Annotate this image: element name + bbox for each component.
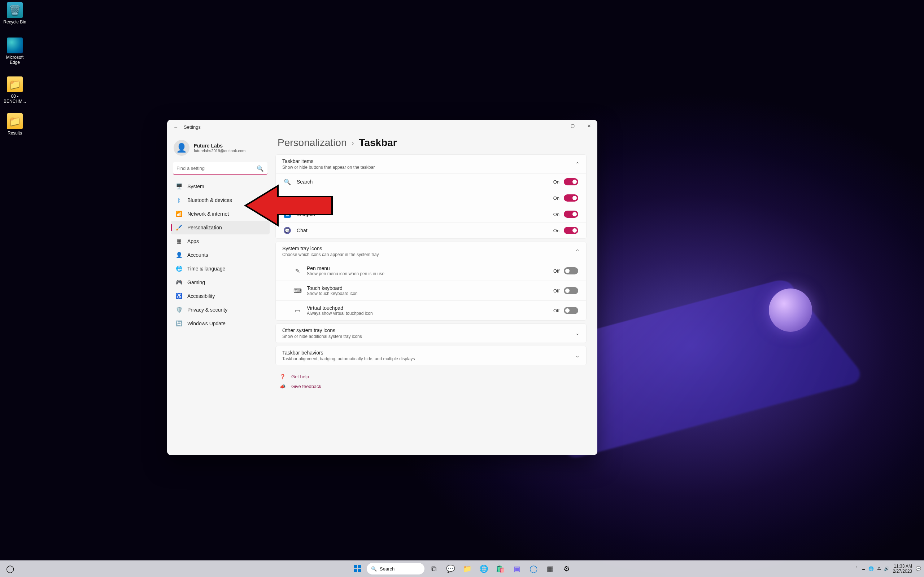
task-view-button[interactable]: ⧉	[426, 561, 441, 576]
sidebar-item-windows-update[interactable]: 🔄Windows Update	[171, 317, 270, 330]
toggle-taskview[interactable]	[564, 194, 578, 201]
chevron-down-icon: ⌄	[575, 330, 580, 336]
row-pen-menu: ✎Pen menuShow pen menu icon when pen is …	[276, 261, 586, 280]
folder-icon: 📁	[7, 113, 23, 129]
search-icon: 🔍	[284, 178, 291, 185]
back-button[interactable]: ←	[170, 121, 181, 133]
breadcrumb-parent[interactable]: Personalization	[278, 137, 347, 148]
row-label: Virtual touchpad	[307, 305, 373, 311]
user-block[interactable]: 👤 Future Labs futurelabs2019@outlook.com	[171, 138, 270, 161]
apps-icon: ▦	[176, 238, 182, 245]
svg-rect-2	[358, 565, 361, 568]
row-label: Pen menu	[307, 266, 384, 271]
sidebar-item-apps[interactable]: ▦Apps	[171, 234, 270, 248]
give-feedback-link[interactable]: 📣Give feedback	[278, 382, 584, 391]
toggle-search[interactable]	[564, 178, 578, 185]
row-chat: 💬Chat On	[276, 222, 586, 239]
chevron-up-icon: ⌃	[575, 161, 580, 167]
cortana-button[interactable]: ◯	[3, 561, 17, 576]
toggle-state: On	[553, 228, 559, 233]
toggle-state: Off	[553, 268, 559, 274]
taskview-icon	[284, 194, 291, 201]
section-head-other-tray[interactable]: Other system tray icons Show or hide add…	[276, 324, 586, 343]
app-button[interactable]: ▣	[510, 561, 524, 576]
sidebar-item-label: Bluetooth & devices	[187, 197, 232, 203]
sidebar-item-label: Time & language	[187, 266, 225, 272]
section-head-taskbar-items[interactable]: Taskbar items Show or hide buttons that …	[276, 155, 586, 174]
sidebar-item-label: Gaming	[187, 279, 205, 285]
clock-time: 11:33 AM	[893, 564, 912, 569]
row-sub: Show pen menu icon when pen is in use	[307, 271, 384, 276]
sidebar-item-network[interactable]: 📶Network & internet	[171, 207, 270, 221]
tray-overflow-icon[interactable]: ˄	[855, 566, 858, 571]
desktop-icon-folder-results[interactable]: 📁 Results	[2, 113, 27, 135]
sidebar-item-personalization[interactable]: 🖌️Personalization	[171, 221, 270, 234]
pen-icon: ✎	[294, 267, 301, 274]
content-area: Personalization › Taskbar Taskbar items …	[272, 134, 597, 455]
sidebar-item-accessibility[interactable]: ♿Accessibility	[171, 289, 270, 303]
network-icon[interactable]: 🖧	[877, 566, 881, 571]
sidebar-item-time-language[interactable]: 🌐Time & language	[171, 262, 270, 276]
notifications-icon[interactable]: 💬	[916, 566, 921, 571]
toggle-widgets[interactable]	[564, 211, 578, 218]
taskbar: ◯ 🔍Search ⧉ 💬 📁 🌐 🛍️ ▣ ◯ ▦ ⚙ ˄ ☁ 🌐 🖧 🔊 1…	[0, 561, 924, 577]
taskbar-items-section: Taskbar items Show or hide buttons that …	[275, 154, 586, 239]
store-button[interactable]: 🛍️	[493, 561, 507, 576]
chevron-down-icon: ⌄	[575, 353, 580, 358]
toggle-touch-keyboard[interactable]	[564, 287, 578, 294]
app-button[interactable]: ◯	[526, 561, 541, 576]
desktop-icon-folder-benchm[interactable]: 📁 00 - BENCHM...	[2, 76, 27, 104]
app-button[interactable]: ⚙	[559, 561, 574, 576]
desktop-icon-edge[interactable]: Microsoft Edge	[2, 37, 27, 65]
toggle-chat[interactable]	[564, 227, 578, 234]
titlebar[interactable]: ← Settings ─ ▢ ✕	[167, 120, 597, 134]
sidebar-item-bluetooth[interactable]: ᛒBluetooth & devices	[171, 193, 270, 207]
taskbar-search[interactable]: 🔍Search	[367, 563, 425, 574]
section-head-system-tray[interactable]: System tray icons Choose which icons can…	[276, 242, 586, 261]
accessibility-icon: ♿	[176, 293, 182, 299]
row-search: 🔍Search On	[276, 174, 586, 190]
explorer-button[interactable]: 📁	[460, 561, 474, 576]
volume-icon[interactable]: 🔊	[884, 566, 889, 571]
display-icon: 🖥️	[176, 183, 182, 190]
link-label: Give feedback	[291, 384, 321, 389]
clock-date: 2/27/2023	[893, 569, 912, 574]
folder-icon: 📁	[7, 76, 23, 92]
settings-search[interactable]: 🔍	[173, 162, 267, 174]
svg-rect-3	[354, 569, 357, 572]
edge-button[interactable]: 🌐	[477, 561, 491, 576]
svg-rect-1	[354, 565, 357, 568]
search-input[interactable]	[173, 162, 267, 174]
minimize-button[interactable]: ─	[548, 120, 564, 132]
section-title: Taskbar items	[282, 158, 375, 164]
sidebar-item-privacy[interactable]: 🛡️Privacy & security	[171, 303, 270, 317]
section-title: Taskbar behaviors	[282, 350, 415, 356]
shield-icon: 🛡️	[176, 306, 182, 313]
search-icon: 🔍	[371, 566, 377, 572]
toggle-pen-menu[interactable]	[564, 267, 578, 274]
keyboard-icon: ⌨	[294, 287, 301, 294]
chat-button[interactable]: 💬	[443, 561, 458, 576]
language-icon[interactable]: 🌐	[868, 566, 874, 571]
get-help-link[interactable]: ❓Get help	[278, 372, 584, 382]
onedrive-icon[interactable]: ☁	[861, 566, 866, 571]
maximize-button[interactable]: ▢	[564, 120, 581, 132]
sidebar-item-label: Network & internet	[187, 211, 229, 217]
row-sub: Show touch keyboard icon	[307, 291, 358, 296]
toggle-virtual-touchpad[interactable]	[564, 307, 578, 314]
clock[interactable]: 11:33 AM 2/27/2023	[893, 564, 912, 574]
recycle-bin-icon: 🗑️	[7, 2, 23, 18]
desktop-icon-recycle-bin[interactable]: 🗑️ Recycle Bin	[2, 2, 27, 24]
system-tray[interactable]: ☁ 🌐 🖧 🔊	[861, 566, 889, 571]
start-button[interactable]	[350, 561, 365, 576]
sidebar-item-system[interactable]: 🖥️System	[171, 180, 270, 193]
close-button[interactable]: ✕	[581, 120, 597, 132]
toggle-state: Off	[553, 308, 559, 313]
sidebar-item-accounts[interactable]: 👤Accounts	[171, 248, 270, 262]
desktop-icon-label: Results	[2, 131, 27, 135]
section-head-behaviors[interactable]: Taskbar behaviors Taskbar alignment, bad…	[276, 346, 586, 365]
desktop-icon-label: Recycle Bin	[2, 19, 27, 24]
app-button[interactable]: ▦	[543, 561, 557, 576]
sidebar-item-gaming[interactable]: 🎮Gaming	[171, 276, 270, 289]
row-label: Touch keyboard	[307, 285, 358, 291]
